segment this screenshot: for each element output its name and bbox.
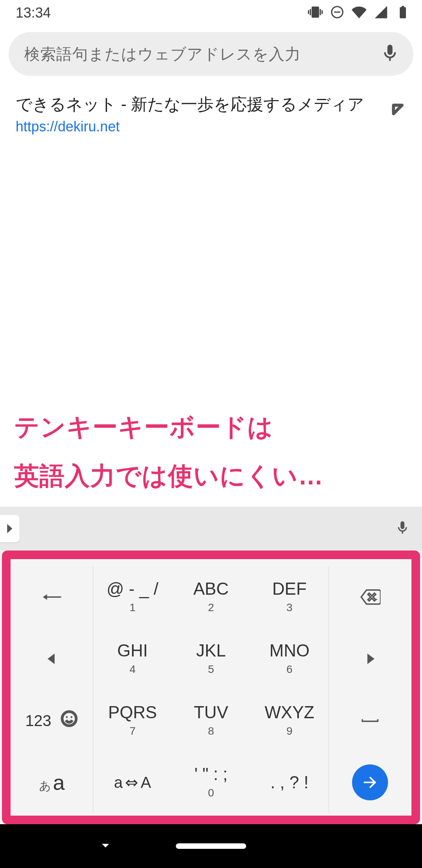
battery-icon [395,5,410,21]
backspace-key[interactable] [329,566,411,628]
annotation-text: テンキーキーボードは 英語入力では使いにくい… [14,403,324,500]
suggestion-url: https://dekiru.net [16,118,380,135]
go-key[interactable] [329,751,411,813]
cursor-right-key[interactable] [329,628,411,690]
url-search-bar[interactable]: 検索語句またはウェブアドレスを入力 [9,32,413,76]
search-placeholder: 検索語句またはウェブアドレスを入力 [24,43,380,65]
key-1[interactable]: @ - _ / 1 [93,566,172,628]
vibrate-icon [308,5,323,21]
keyboard-mic-icon[interactable] [395,520,410,537]
key-8-tuv[interactable]: TUV 8 [172,690,250,751]
key-punct2[interactable]: . , ? ! [250,751,329,813]
emoji-icon [60,709,79,732]
hide-keyboard-icon[interactable] [97,837,114,855]
key-0-punct[interactable]: ' " : ; 0 [172,751,250,813]
system-navbar [0,824,422,868]
key-2-abc[interactable]: ABC 2 [172,566,250,628]
signal-icon [374,5,388,21]
annotation-line1: テンキーキーボードは [14,403,324,452]
wifi-icon [352,5,367,21]
mic-icon[interactable] [380,43,400,65]
key-6-mno[interactable]: MNO 6 [250,628,329,690]
key-9-wxyz[interactable]: WXYZ 9 [250,690,329,751]
key-3-def[interactable]: DEF 3 [250,566,329,628]
suggestion-title: できるネット - 新たな一歩を応援するメディア [16,94,380,115]
status-bar: 13:34 [0,0,422,26]
cursor-left-key[interactable] [11,628,93,690]
tenkey-keyboard: @ - _ / 1 ABC 2 DEF 3 GHI 4 JKL 5 MNO 6 … [0,551,422,824]
suggestion-row[interactable]: できるネット - 新たな一歩を応援するメディア https://dekiru.n… [16,94,406,135]
swap-icon: ⇔ [125,773,138,791]
space-key[interactable] [329,690,411,751]
key-5-jkl[interactable]: JKL 5 [172,628,250,690]
reverse-key[interactable] [11,566,93,628]
annotation-line2: 英語入力では使いにくい… [14,452,324,500]
svg-point-1 [66,716,68,718]
language-switch-key[interactable]: あ a [11,751,93,813]
key-7-pqrs[interactable]: PQRS 7 [93,690,172,751]
expand-toolbar-icon[interactable] [0,515,20,542]
symbols-emoji-key[interactable]: 123 [11,690,93,751]
status-icons [308,5,410,21]
svg-point-2 [71,716,73,718]
insert-suggestion-icon[interactable] [389,101,406,120]
home-pill[interactable] [176,843,246,849]
keyboard-suggestion-strip [0,507,422,551]
key-4-ghi[interactable]: GHI 4 [93,628,172,690]
status-time: 13:34 [16,5,51,21]
case-toggle-key[interactable]: a ⇔ A [93,751,172,813]
dnd-icon [330,5,345,21]
